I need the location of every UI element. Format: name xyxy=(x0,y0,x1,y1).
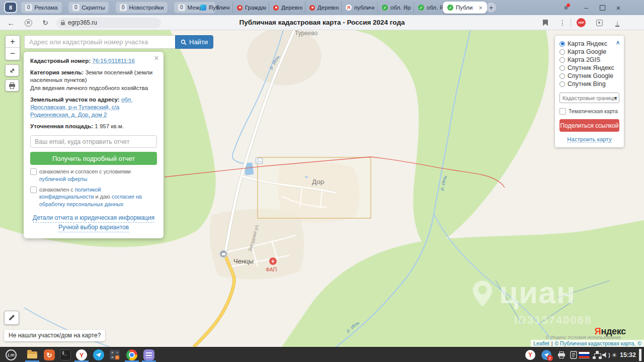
layer-option-yandex-sat[interactable]: Спутник Яндекс xyxy=(559,64,619,72)
extension-icon xyxy=(596,20,603,26)
calculator-app-button[interactable]: +− ×= xyxy=(108,348,122,361)
update-manager-button[interactable]: ↻ xyxy=(42,348,56,361)
sidebar-tabs-counter-button[interactable]: 8 xyxy=(4,2,17,13)
url-field[interactable]: egrp365.ru xyxy=(56,18,161,28)
fullscreen-icon xyxy=(9,67,16,74)
area-row: Уточненная площадь: 1 957 кв.м. xyxy=(30,123,157,130)
bookmark-button[interactable] xyxy=(539,15,551,30)
telegram-app-button[interactable] xyxy=(92,348,106,361)
chrome-app-button[interactable] xyxy=(125,348,139,361)
share-link-button[interactable]: Поделиться ссылкой xyxy=(559,119,619,132)
email-input[interactable] xyxy=(30,135,157,148)
collapse-panel-icon[interactable]: ∧ xyxy=(616,39,620,46)
terminal-app-button[interactable]: $_ xyxy=(58,348,72,361)
tab-group-skripty[interactable]: 0 Скрипты xyxy=(68,2,109,13)
tab-derevnya-2[interactable]: Деревня xyxy=(305,2,343,14)
extension-button[interactable] xyxy=(593,15,606,30)
tab-obl-yaroslavskaya-1[interactable]: ✓ обл. Ярос xyxy=(377,2,415,14)
radio-icon xyxy=(559,65,565,71)
new-tab-button[interactable]: + xyxy=(486,3,496,13)
zoom-out-button[interactable]: − xyxy=(6,48,20,60)
tab-group-reklama[interactable]: 0 Реклама xyxy=(21,2,62,13)
notes-app-button[interactable] xyxy=(142,348,156,361)
zoom-in-button[interactable]: + xyxy=(6,36,20,48)
telegram-icon xyxy=(93,349,104,360)
leaflet-link[interactable]: Leaflet xyxy=(533,340,549,346)
yandex-browser-tray-icon[interactable]: Y xyxy=(523,348,537,361)
tab-close-icon[interactable]: × xyxy=(478,4,482,12)
yandex-favicon-icon: Я xyxy=(346,5,352,11)
green-check-favicon-icon: ✓ xyxy=(447,5,453,11)
terms-link[interactable]: Условия использования xyxy=(568,334,621,340)
tab-group-novostroyki[interactable]: 0 Новостройки xyxy=(116,2,168,13)
window-minimize-button[interactable]: – xyxy=(579,0,594,15)
overlay-select[interactable]: Кадастровые границы ▾ xyxy=(559,93,619,103)
mint-menu-button[interactable]: Lm xyxy=(4,348,18,361)
consent-offer-row: ознакомлен и согласен с условиями публич… xyxy=(30,168,157,183)
layer-option-2gis-map[interactable]: Карта 2GIS xyxy=(559,56,619,64)
search-button[interactable]: Найти xyxy=(175,35,213,49)
search-input[interactable] xyxy=(24,35,175,49)
taskbar: Lm ↻ $_ Y +− ×= xyxy=(0,347,644,362)
privacy-checkbox[interactable] xyxy=(30,187,37,193)
browser-notifications-button[interactable]: ≡ xyxy=(558,0,574,15)
window-maximize-button[interactable] xyxy=(595,0,610,15)
thematic-checkbox[interactable] xyxy=(559,108,566,115)
yandex-home-button[interactable]: Я xyxy=(22,15,34,30)
network-tray-icon[interactable] xyxy=(592,348,603,361)
show-desktop-button[interactable] xyxy=(639,349,641,361)
window-close-button[interactable]: × xyxy=(611,0,626,15)
address-row: Земельный участок по адресу: обл. Яросла… xyxy=(30,96,157,119)
popup-close-icon[interactable]: × xyxy=(154,54,159,62)
fap-medical-marker[interactable]: + xyxy=(269,257,277,265)
maximize-icon xyxy=(600,5,605,11)
draw-parcel-button[interactable] xyxy=(4,311,19,325)
cian-watermark-pin-icon xyxy=(471,280,494,309)
adblock-extension-button[interactable]: ABP xyxy=(575,15,588,30)
layer-option-yandex-map[interactable]: Карта Яндекс xyxy=(559,40,619,48)
browser-menu-button[interactable]: ⋮ xyxy=(556,15,569,30)
brightness-icon: ☀ xyxy=(611,351,617,359)
land-category-row: Категория земель: Земли поселений (земли… xyxy=(30,69,157,92)
tab-publichna-yandex[interactable]: Я публична xyxy=(341,2,379,14)
pkk-attribution-link[interactable]: © Публичная кадастровая карта, xyxy=(554,340,635,346)
extra-attribution-link[interactable]: © xyxy=(637,340,641,346)
calculator-icon: +− ×= xyxy=(109,349,120,360)
layer-option-google-sat[interactable]: Спутник Google xyxy=(559,72,619,80)
bus-stop-marker[interactable] xyxy=(219,250,227,258)
keyboard-layout-flag[interactable] xyxy=(578,348,591,361)
downloads-button[interactable]: ↓ xyxy=(611,15,624,30)
offer-checkbox[interactable] xyxy=(30,168,37,175)
get-report-button[interactable]: Получить подробный отчет xyxy=(30,152,157,165)
print-button[interactable] xyxy=(5,79,19,92)
manual-select-link[interactable]: Ручной выбор вариантов xyxy=(58,223,129,232)
brightness-tray-icon[interactable]: ☀ xyxy=(610,348,619,361)
layer-option-google-map[interactable]: Карта Google xyxy=(559,48,619,56)
thematic-map-row[interactable]: Тематическая карта xyxy=(559,108,619,115)
tab-grazhdan[interactable]: Граждан xyxy=(232,2,270,14)
abp-icon: ABP xyxy=(577,18,586,27)
refresh-button[interactable]: ↻ xyxy=(39,15,51,30)
configure-map-link[interactable]: Настроить карту xyxy=(567,136,611,143)
taskbar-clock[interactable]: 15:32 xyxy=(620,347,636,362)
search-bar: Найти xyxy=(24,35,213,49)
report-details-link[interactable]: Детали отчета и юридическая информация xyxy=(33,213,154,223)
tab-group-count: 0 xyxy=(72,4,79,11)
back-button[interactable]: ← xyxy=(5,15,17,30)
tab-group-count: 0 xyxy=(120,4,127,11)
cadastral-number-link[interactable]: 76:15:011811:16 xyxy=(92,58,135,64)
tab-active-publichnaya[interactable]: ✓ Публи × xyxy=(443,2,487,14)
notification-badge: 2 xyxy=(547,355,553,361)
offer-link[interactable]: публичной оферты xyxy=(39,176,87,182)
tab-publichnaya-karta[interactable]: Публичн xyxy=(196,2,233,14)
messenger-tray-icon[interactable]: 2 xyxy=(539,348,553,361)
tab-derevnya-1[interactable]: Деревня xyxy=(269,2,306,14)
red-dot-favicon-icon xyxy=(237,5,243,11)
yandex-browser-app-button[interactable]: Y xyxy=(74,348,89,361)
files-app-button[interactable] xyxy=(25,348,39,361)
layer-option-bing-sat[interactable]: Спутник Bing xyxy=(559,80,619,88)
fullscreen-button[interactable] xyxy=(5,64,19,76)
red-dot-favicon-icon xyxy=(309,5,315,11)
not-found-tooltip[interactable]: Не нашли участок/дом на карте? xyxy=(4,330,105,341)
url-text: egrp365.ru xyxy=(68,19,97,26)
